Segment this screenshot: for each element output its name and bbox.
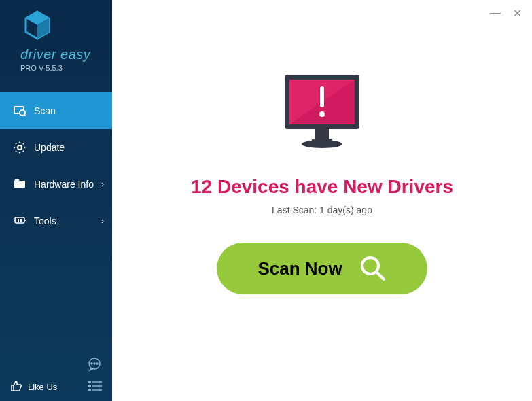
sidebar-item-tools[interactable]: Tools ›: [0, 203, 112, 239]
sidebar-item-update[interactable]: Update: [0, 129, 112, 166]
tools-icon: [14, 215, 26, 227]
magnify-icon: [359, 255, 387, 282]
gear-icon: [14, 141, 26, 154]
svg-text:i: i: [16, 179, 17, 184]
like-us-button[interactable]: Like Us: [10, 380, 57, 394]
like-us-label: Like Us: [28, 382, 57, 392]
monitor-alert-icon: [274, 68, 370, 159]
window-controls: — ✕: [490, 7, 522, 20]
main-content: — ✕ 12 Devices have New Drivers Last Sca…: [112, 0, 532, 401]
logo-icon: [20, 10, 105, 43]
headline-text: 12 Devices have New Drivers: [191, 176, 453, 198]
close-button[interactable]: ✕: [513, 7, 522, 20]
thumbs-up-icon: [10, 380, 22, 394]
sidebar-item-label: Hardware Info: [34, 179, 94, 190]
chevron-right-icon: ›: [101, 216, 104, 226]
sidebar: driver easy PRO V 5.5.3 Scan Update: [0, 0, 112, 401]
svg-rect-6: [15, 217, 24, 223]
svg-point-17: [89, 385, 91, 387]
sidebar-item-label: Scan: [34, 105, 56, 116]
svg-rect-26: [312, 139, 332, 144]
content-area: 12 Devices have New Drivers Last Scan: 1…: [112, 0, 532, 401]
minimize-button[interactable]: —: [490, 7, 501, 20]
svg-point-15: [89, 381, 91, 383]
sidebar-item-label: Tools: [34, 215, 56, 226]
scan-icon: [14, 105, 26, 117]
scan-now-button[interactable]: Scan Now: [217, 243, 427, 294]
sidebar-item-scan[interactable]: Scan: [0, 92, 112, 129]
svg-rect-10: [20, 219, 22, 222]
svg-line-2: [24, 115, 26, 116]
sidebar-item-label: Update: [34, 142, 65, 153]
svg-rect-24: [315, 129, 329, 139]
last-scan-text: Last Scan: 1 day(s) ago: [272, 205, 372, 215]
brand-name: driver easy: [20, 47, 105, 63]
svg-line-28: [376, 272, 384, 279]
nav-items: Scan Update i Hardware Info ›: [0, 92, 112, 239]
svg-point-13: [94, 363, 95, 364]
hardware-info-icon: i: [14, 178, 26, 190]
svg-point-19: [89, 389, 91, 391]
chat-icon[interactable]: [10, 357, 102, 374]
scan-button-label: Scan Now: [258, 258, 342, 279]
svg-point-14: [96, 363, 98, 364]
list-icon[interactable]: [88, 381, 102, 394]
sidebar-footer: Like Us: [0, 357, 112, 394]
svg-point-12: [91, 363, 92, 364]
version-text: PRO V 5.5.3: [20, 64, 105, 72]
svg-rect-9: [18, 219, 19, 222]
svg-point-23: [319, 111, 325, 117]
logo-area: driver easy PRO V 5.5.3: [0, 0, 112, 79]
chevron-right-icon: ›: [101, 179, 104, 189]
sidebar-item-hardware-info[interactable]: i Hardware Info ›: [0, 166, 112, 203]
